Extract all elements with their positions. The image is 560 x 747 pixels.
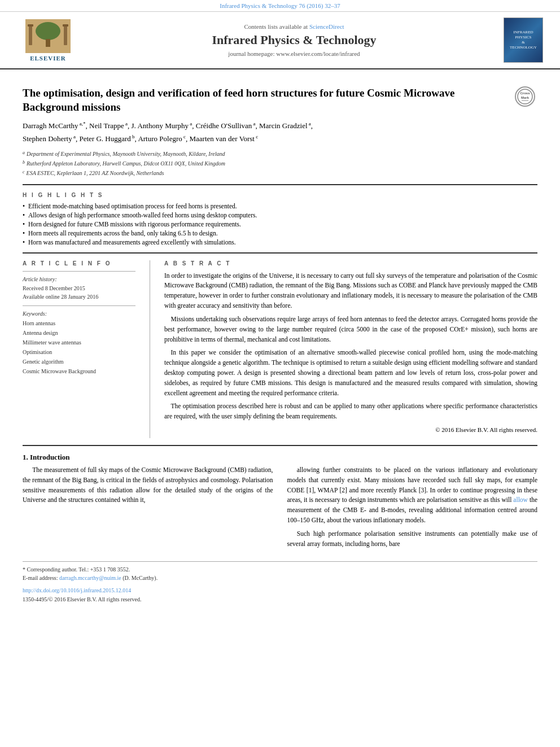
highlight-3: • Horn designed for future CMB missions … — [23, 221, 537, 228]
abstract-label: A B S T R A C T — [164, 260, 537, 267]
author-8: Arturo Polegro — [138, 134, 182, 143]
author-1: Darragh McCarthy — [23, 122, 78, 130]
thick-divider-1 — [23, 184, 537, 185]
affil-b-text: Rutherford Appleton Laboratory, Harwell … — [27, 159, 225, 168]
intro-para-right-1: allowing further constraints to be place… — [287, 465, 538, 526]
intro-title: 1. Introduction — [23, 453, 537, 462]
doi-link[interactable]: http://dx.doi.org/10.1016/j.infrared.201… — [23, 587, 131, 593]
footnote-corresponding: * Corresponding author. Tel.: +353 1 708… — [23, 565, 537, 574]
highlight-1: • Efficient mode-matching based optimisa… — [23, 203, 537, 209]
author-9: Maarten van der Vorst — [189, 134, 254, 143]
bullet-1: • — [23, 203, 25, 209]
author-9-sup: c — [255, 134, 258, 139]
keyword-6: Cosmic Microwave Background — [23, 366, 135, 376]
received-text: Received 8 December 2015 — [23, 284, 135, 292]
abstract-copyright: © 2016 Elsevier B.V. All rights reserved… — [164, 425, 537, 435]
author-3: J. Anthony Murphy — [132, 122, 189, 130]
intro-left-col: The measurement of full sky maps of the … — [23, 465, 273, 553]
elsevier-logo: ELSEVIER — [11, 19, 85, 62]
intro-right-text: allowing further constraints to be place… — [287, 465, 538, 549]
journal-bar-text: Infrared Physics & Technology 76 (2016) … — [220, 2, 340, 9]
keyword-3: Millimeter wave antennas — [23, 338, 135, 347]
doi-section: http://dx.doi.org/10.1016/j.infrared.201… — [23, 586, 537, 604]
highlight-3-text: Horn designed for future CMB missions wi… — [28, 221, 241, 228]
svg-rect-6 — [63, 24, 68, 27]
intro-left-text: The measurement of full sky maps of the … — [23, 465, 273, 505]
sciencedirect-link[interactable]: ScienceDirect — [309, 23, 344, 30]
author-2: Neil Trappe — [89, 122, 124, 130]
journal-homepage: journal homepage: www.elsevier.com/locat… — [85, 50, 504, 57]
affiliations: a Department of Experimental Physics, Ma… — [23, 150, 537, 177]
thick-divider-3 — [23, 445, 537, 446]
author-4: Créidhe O'Sullivan — [196, 122, 252, 130]
journal-title-area: Contents lists available at ScienceDirec… — [85, 23, 504, 57]
author-5: Marcin Gradziel — [259, 122, 308, 130]
author-1-sup: a,* — [78, 121, 86, 126]
elsevier-logo-container: ELSEVIER — [11, 19, 85, 62]
article-title-text: The optimisation, design and verificatio… — [23, 87, 454, 113]
tree-svg — [26, 20, 70, 53]
bullet-5: • — [23, 239, 25, 246]
highlights-section: H I G H L I G H T S • Efficient mode-mat… — [23, 192, 537, 246]
keywords-list: Horn antennas Antenna design Millimeter … — [23, 318, 135, 376]
available-text: Available online 28 January 2016 — [23, 292, 135, 301]
svg-rect-2 — [46, 39, 50, 47]
abstract-column: A B S T R A C T In order to investigate … — [164, 260, 537, 438]
author-7: Peter G. Huggard — [79, 134, 130, 143]
highlight-5-text: Horn was manufactured and measurements a… — [28, 239, 236, 246]
svg-point-1 — [36, 22, 60, 40]
bullet-3: • — [23, 221, 25, 228]
affil-a-text: Department of Experimental Physics, Mayn… — [27, 150, 225, 158]
allow-word: allow — [513, 496, 528, 503]
affil-c-sup: c — [23, 169, 25, 176]
affil-b-sup: b — [23, 159, 25, 166]
elsevier-brand-text: ELSEVIER — [30, 55, 66, 62]
abstract-para-3: In this paper we consider the optimisati… — [164, 348, 537, 398]
keyword-5: Genetic algorithm — [23, 357, 135, 366]
author-5-sup: a — [308, 121, 311, 126]
highlight-2-text: Allows design of high performance smooth… — [28, 212, 257, 219]
keyword-1: Horn antennas — [23, 318, 135, 328]
intro-para-right-2: Such high performance polarisation sensi… — [287, 529, 538, 549]
svg-text:Cross: Cross — [520, 91, 530, 95]
affil-a-sup: a — [23, 150, 25, 156]
issn-text: 1350-4495/© 2016 Elsevier B.V. All right… — [23, 596, 141, 602]
journal-title: Infrared Physics & Technology — [85, 33, 504, 47]
crossmark-svg: Cross Mark — [517, 88, 533, 105]
elsevier-tree-image — [25, 19, 71, 53]
info-divider-1 — [23, 271, 135, 272]
email-link[interactable]: darragh.mccarthy@nuim.ie — [59, 575, 121, 581]
journal-cover-image: INFRAREDPHYSICS&TECHNOLOGY — [504, 18, 543, 63]
author-4-sup: a — [252, 121, 255, 126]
intro-number: 1. — [23, 453, 28, 461]
abstract-text: In order to investigate the origins of t… — [164, 271, 537, 435]
article-info-label: A R T I C L E I N F O — [23, 260, 135, 267]
author-3-sup: a — [189, 121, 192, 126]
contents-line: Contents lists available at ScienceDirec… — [85, 23, 504, 30]
highlight-1-text: Efficient mode-matching based optimisati… — [28, 203, 237, 209]
crossmark-circle: Cross Mark — [515, 86, 535, 107]
svg-rect-4 — [64, 25, 67, 45]
abstract-para-4: The optimisation process described here … — [164, 401, 537, 422]
affil-c-text: ESA ESTEC, Keplerlaan 1, 2201 AZ Noordwi… — [27, 169, 164, 177]
affil-a: a Department of Experimental Physics, Ma… — [23, 150, 537, 158]
article-info-abstract: A R T I C L E I N F O Article history: R… — [23, 260, 537, 438]
main-content: The optimisation, design and verificatio… — [0, 69, 560, 612]
svg-rect-3 — [29, 25, 32, 45]
journal-header: ELSEVIER Contents lists available at Sci… — [0, 12, 560, 69]
journal-cover-text: INFRAREDPHYSICS&TECHNOLOGY — [510, 30, 537, 50]
author-2-sup: a — [124, 121, 128, 126]
crossmark-badge[interactable]: Cross Mark — [515, 86, 537, 109]
intro-para-left-1: The measurement of full sky maps of the … — [23, 465, 273, 505]
keywords-label: Keywords: — [23, 311, 135, 317]
affil-c: c ESA ESTEC, Keplerlaan 1, 2201 AZ Noord… — [23, 169, 537, 177]
abstract-para-2: Missions undertaking such observations r… — [164, 314, 537, 344]
svg-text:Mark: Mark — [521, 96, 530, 99]
abstract-para-1: In order to investigate the origins of t… — [164, 271, 537, 311]
author-6-sup: a — [72, 134, 76, 139]
introduction-section: 1. Introduction The measurement of full … — [23, 453, 537, 553]
affil-b: b Rutherford Appleton Laboratory, Harwel… — [23, 159, 537, 168]
intro-two-col: The measurement of full sky maps of the … — [23, 465, 537, 553]
authors-line: Darragh McCarthy a,*, Neil Trappe a, J. … — [23, 120, 537, 145]
journal-cover-right: INFRAREDPHYSICS&TECHNOLOGY — [504, 18, 549, 63]
